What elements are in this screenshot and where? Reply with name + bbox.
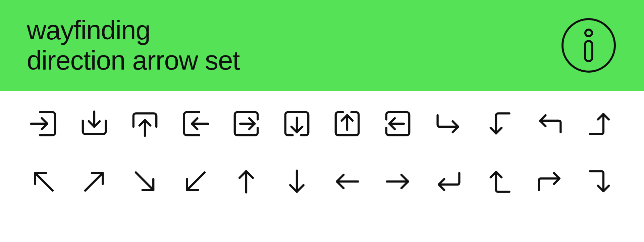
arrow-down-icon	[280, 165, 314, 198]
corner-right-up-icon	[584, 107, 617, 140]
corner-left-down-icon	[482, 107, 516, 140]
svg-point-1	[585, 30, 592, 36]
arrow-down-right-icon	[128, 165, 162, 198]
corner-right-down-icon	[584, 165, 617, 198]
page-title: wayfinding direction arrow set	[27, 15, 240, 75]
info-icon	[560, 17, 617, 74]
arrow-up-icon	[229, 165, 263, 198]
enter-return-icon	[432, 165, 465, 198]
svg-rect-2	[585, 41, 592, 61]
icon-row-2	[27, 165, 617, 198]
arrow-left-icon	[330, 165, 364, 198]
arrow-down-left-icon	[179, 165, 212, 198]
box-exit-up-icon	[330, 107, 364, 140]
box-open-right-icon	[229, 107, 263, 140]
arrow-up-left-icon	[27, 165, 60, 198]
svg-line-13	[136, 172, 153, 190]
tray-upload-icon	[128, 107, 162, 140]
corner-left-up-icon	[482, 165, 516, 198]
svg-point-0	[562, 19, 615, 72]
header-banner: wayfinding direction arrow set	[0, 0, 644, 91]
corner-down-right-icon	[432, 107, 465, 140]
box-exit-down-icon	[280, 107, 314, 140]
svg-line-12	[85, 173, 103, 191]
arrow-up-right-icon	[77, 165, 111, 198]
svg-line-11	[35, 173, 53, 191]
svg-line-14	[187, 172, 205, 190]
icon-grid	[0, 91, 644, 198]
box-enter-left-icon	[381, 107, 415, 140]
box-exit-left-icon	[179, 107, 212, 140]
tray-download-icon	[77, 107, 111, 140]
title-line-2: direction arrow set	[27, 45, 240, 75]
title-line-1: wayfinding	[27, 15, 150, 45]
reply-left-icon	[533, 107, 567, 140]
box-enter-right-icon	[27, 107, 60, 140]
arrow-right-icon	[381, 165, 415, 198]
icon-row-1	[27, 107, 617, 140]
corner-up-right-icon	[533, 165, 567, 198]
